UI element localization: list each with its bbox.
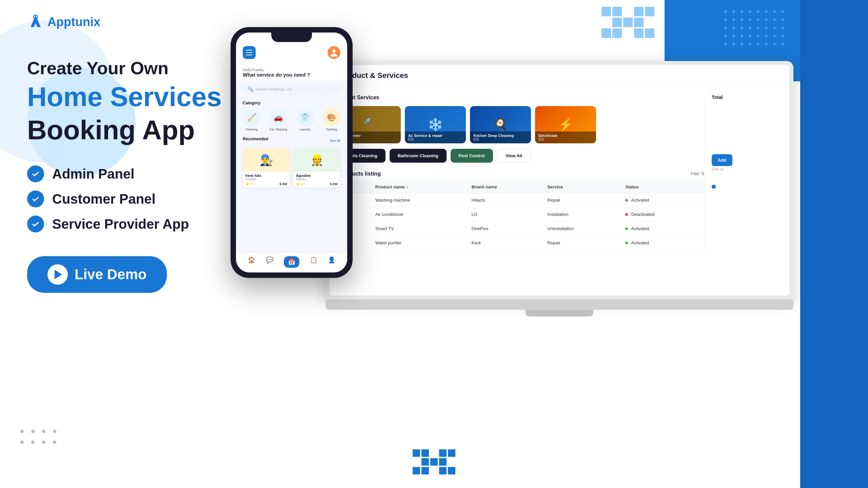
service-card-electrician[interactable]: ⚡ Electrician €50 (535, 106, 596, 143)
logo-icon (27, 14, 44, 30)
nav-orders[interactable]: 📋 (310, 256, 317, 268)
col-status[interactable]: Status (620, 181, 705, 193)
brand-name-1: Hitachi (467, 193, 543, 207)
laundry-icon: 👕 (296, 109, 314, 126)
admin-body: About Services 🔨 Carpenter €45 (330, 86, 789, 258)
svg-point-1 (332, 49, 336, 53)
phone-mockup: Hello Franky, What service do you need ?… (231, 27, 353, 278)
brand-name-4: Kent (467, 236, 543, 250)
table-row: Washing machine Hitachi Repair Activated (340, 193, 705, 207)
service-name-4: Electrician (538, 134, 593, 138)
logo-text: Apptunix (47, 15, 100, 29)
play-icon (47, 264, 68, 285)
nav-booking[interactable]: 📅 (284, 256, 299, 268)
brand-name-2: LG (467, 207, 543, 222)
table-row: Smart TV OnePlus Uninstallation Activate… (340, 222, 705, 236)
categories-row: 🧹 Cleaning 🚗 Car Cleaning 👕 Laundry 🎨 Pa… (243, 109, 340, 131)
play-triangle (55, 270, 62, 279)
stars-1: ⭐ 5.0 (245, 182, 254, 186)
price-2: $ 250 (330, 182, 338, 186)
check-icon-1 (27, 165, 44, 182)
status-dot-4 (625, 242, 628, 244)
service-card-kitchen[interactable]: 🍳 Kitchen Deep Cleaning €30 (470, 106, 531, 143)
admin-main-col: About Services 🔨 Carpenter €45 (340, 95, 705, 250)
col-service[interactable]: Service (542, 181, 620, 193)
provider-card-2[interactable]: 👷 Agustine Painter ⭐ 5.5 $ 250 (293, 148, 340, 188)
dots-decoration-top-right (724, 10, 787, 48)
status-3: Activated (620, 222, 705, 236)
service-overlay-2: Ac Service & repair €25 (405, 131, 466, 143)
feature-label-1: Admin Panel (52, 166, 134, 182)
phone-notch (271, 33, 312, 42)
user-avatar (328, 46, 340, 59)
service-3: Uninstallation (542, 222, 620, 236)
phone-screen: Hello Franky, What service do you need ?… (236, 33, 347, 272)
view-all-button[interactable]: View All (497, 149, 531, 163)
bg-blue-right (800, 0, 868, 488)
checker-decoration-top (601, 7, 654, 38)
col-product-name[interactable]: Product name ↕ (371, 181, 467, 193)
car-cleaning-icon: 🚗 (270, 109, 287, 126)
service-overlay-4: Electrician €50 (535, 131, 596, 143)
product-name-1: Washing machine (371, 193, 467, 207)
category-section: Category 🧹 Cleaning 🚗 Car Cleaning 👕 Lau… (236, 98, 347, 134)
provider-info-2: Agustine Painter ⭐ 5.5 $ 250 (293, 172, 340, 188)
left-content-area: Apptunix Create Your Own Home Services B… (27, 14, 258, 293)
dots-decoration-bottom-left (20, 430, 60, 447)
provider-card-1[interactable]: 👨‍🔧 Irene foks Cleaner ⭐ 5.0 $ 200 (243, 148, 290, 188)
provider-rating-1: ⭐ 5.0 $ 200 (245, 182, 287, 186)
headline-line1: Create Your Own (27, 58, 258, 79)
checker-decoration-bottom (413, 449, 455, 474)
category-cleaning[interactable]: 🧹 Cleaning (243, 109, 260, 131)
product-name-4: Water purifier (371, 236, 467, 250)
car-cleaning-label: Car Cleaning (269, 128, 287, 131)
product-name-2: Air conditioner (371, 207, 467, 222)
service-name-3: Kitchen Deep Cleaning (473, 134, 528, 138)
service-2: Installation (542, 207, 620, 222)
laptop-mockup: Product & Services About Services 🔨 Car (326, 61, 793, 317)
products-listing-header: Products listing Filter ⇅ (340, 171, 705, 177)
demo-button-label: Live Demo (75, 266, 146, 283)
filter-button[interactable]: Filter ⇅ (691, 171, 705, 176)
products-table: Product name ↕ Brand name Service Status… (340, 181, 705, 250)
category-painting[interactable]: 🎨 Painting (323, 109, 340, 131)
painting-icon: 🎨 (323, 109, 340, 126)
service-overlay-3: Kitchen Deep Cleaning €30 (470, 131, 531, 143)
demo-button[interactable]: Live Demo (27, 256, 167, 293)
admin-side-col: Total Add Click on (705, 95, 779, 250)
nav-chat[interactable]: 💬 (266, 256, 273, 268)
service-price-4: €50 (538, 138, 593, 141)
headline-line3: Booking App (27, 115, 258, 145)
status-1: Activated (620, 193, 705, 207)
total-label: Total (712, 95, 723, 100)
pest-control-button[interactable]: Pest Control (451, 149, 493, 163)
add-sub-text: Click on (712, 167, 779, 171)
recommended-cards: 👨‍🔧 Irene foks Cleaner ⭐ 5.0 $ 200 👷 (243, 148, 340, 188)
hamburger-menu-button[interactable] (243, 46, 256, 59)
col-brand-name[interactable]: Brand name (467, 181, 543, 193)
add-button[interactable]: Add (712, 154, 732, 166)
phone-search-bar[interactable]: 🔍 Search anythings, etc (243, 84, 340, 95)
greeting-sub: Hello Franky, (243, 68, 340, 72)
cleaning-icon: 🧹 (243, 109, 260, 126)
check-icon-3 (27, 216, 44, 232)
search-icon: 🔍 (248, 86, 253, 92)
table-header: Product name ↕ Brand name Service Status (340, 181, 705, 193)
status-4: Activated (620, 236, 705, 250)
category-laundry[interactable]: 👕 Laundry (296, 109, 314, 131)
search-placeholder: Search anythings, etc (256, 87, 292, 91)
recommended-section: Recomended See All 👨‍🔧 Irene foks Cleane… (236, 134, 347, 190)
admin-header: Product & Services (330, 65, 789, 86)
service-card-ac[interactable]: ❄️ Ac Service & repair €25 (405, 106, 466, 143)
recommended-header: Recomended See All (243, 137, 340, 145)
services-cards: 🔨 Carpenter €45 ❄️ Ac Service & repair (340, 106, 705, 143)
category-car-cleaning[interactable]: 🚗 Car Cleaning (269, 109, 287, 131)
nav-home[interactable]: 🏠 (248, 256, 255, 268)
nav-profile[interactable]: 👤 (328, 256, 335, 268)
bathroom-cleaning-button[interactable]: Bathroom Cleaning (390, 149, 447, 163)
admin-panel: Product & Services About Services 🔨 Car (330, 65, 789, 296)
laundry-label: Laundry (299, 128, 311, 131)
about-services-title: About Services (340, 95, 705, 101)
add-section: Add Click on (712, 154, 779, 171)
see-all-link[interactable]: See All (330, 139, 340, 143)
